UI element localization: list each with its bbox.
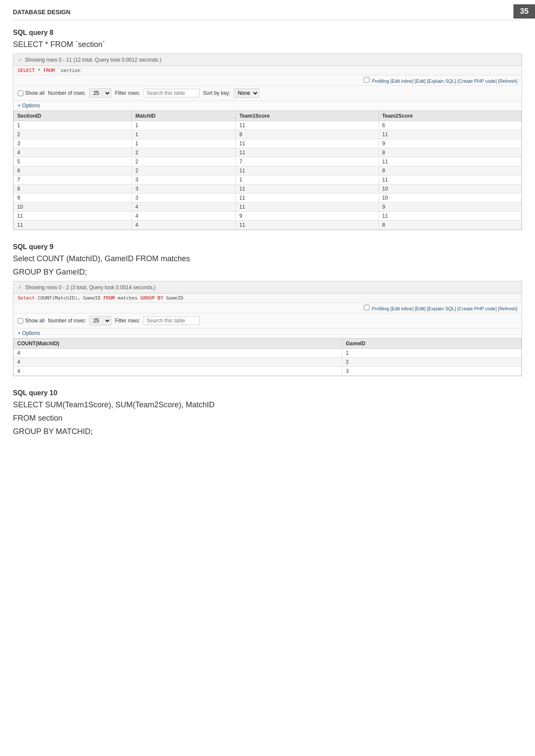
query8-options-row[interactable]: + Options — [13, 101, 522, 111]
kw-select-2: Select — [18, 295, 35, 301]
edit-link[interactable]: Edit — [416, 78, 424, 84]
search-input-2[interactable] — [144, 316, 200, 325]
query8-result-header: ✓ Showing rows 0 - 11 (12 total, Query t… — [13, 54, 522, 66]
table-cell: 2 — [14, 130, 132, 139]
table-cell: 2 — [132, 157, 236, 166]
query8-toolbar: Show all Number of rows: 25 50 100 Filte… — [13, 86, 522, 101]
number-of-rows-select[interactable]: 25 50 100 — [89, 88, 111, 98]
query9-result-header: ✓ Showing rows 0 - 2 (3 total, Query too… — [13, 281, 522, 294]
page-header: DATABASE DESIGN — [13, 9, 522, 20]
sort-by-select[interactable]: None — [234, 88, 259, 98]
table-cell: 11 — [379, 175, 521, 184]
edit-link-2[interactable]: Edit — [416, 306, 424, 311]
query9-result-box: ✓ Showing rows 0 - 2 (3 total, Query too… — [13, 281, 522, 376]
explain-sql-link-2[interactable]: Explain SQL — [429, 306, 455, 311]
table-row: 114118 — [14, 221, 522, 230]
show-all-checkbox-2[interactable] — [18, 318, 23, 324]
create-php-link-2[interactable]: Create PHP code — [459, 306, 495, 311]
table-cell: 11 — [236, 121, 379, 130]
table-row: 42 — [14, 358, 522, 367]
table-row: 62118 — [14, 166, 522, 175]
kw-from-2: FROM — [103, 295, 115, 301]
table-cell: 11 — [379, 212, 521, 221]
kw-select: SELECT — [18, 68, 35, 73]
query9-title: SQL query 9 — [13, 243, 522, 251]
table-row: 931110 — [14, 194, 522, 203]
number-of-rows-label-2: Number of rows: — [48, 318, 86, 324]
profiling-checkbox[interactable] — [364, 77, 369, 83]
search-input[interactable] — [144, 89, 200, 97]
table-cell: 1 — [132, 139, 236, 148]
show-all-label: Show all — [18, 90, 44, 96]
table-cell: 4 — [14, 367, 342, 376]
filter-rows-label-2: Filter rows: — [115, 318, 140, 324]
check-icon: ✓ — [18, 56, 22, 63]
table-cell: 10 — [379, 194, 521, 203]
query8-sql-display: SELECT * FROM `section` — [13, 40, 522, 49]
show-all-checkbox[interactable] — [18, 91, 23, 96]
table-row: 11116 — [14, 121, 522, 130]
table-row: 21811 — [14, 130, 522, 139]
table-cell: 4 — [14, 358, 342, 367]
number-of-rows-select-2[interactable]: 25 50 100 — [89, 316, 111, 325]
table-cell: 3 — [132, 194, 236, 203]
query10-sql-line3: GROUP BY MATCHID; — [13, 427, 522, 436]
query9-profiling-bar: Profiling [Edit inline] [Edit] [Explain … — [13, 303, 522, 313]
table-cell: 8 — [379, 166, 521, 175]
show-all-text: Show all — [25, 90, 44, 96]
table-cell: 6 — [14, 166, 132, 175]
refresh-link-2[interactable]: Refresh — [499, 306, 516, 311]
table-cell: 4 — [132, 203, 236, 212]
kw-group: GROUP — [141, 295, 155, 301]
table-cell: 11 — [236, 221, 379, 230]
table-cell: 1 — [132, 121, 236, 130]
query9-table: COUNT(MatchID) GameID 414243 — [13, 338, 522, 376]
query9-result-header-text: Showing rows 0 - 2 (3 total, Query took … — [25, 284, 156, 291]
sort-by-label: Sort by key: — [203, 90, 230, 96]
table-row: 104119 — [14, 203, 522, 212]
table-cell: 11 — [236, 148, 379, 157]
check-icon-2: ✓ — [18, 284, 22, 291]
query10-title: SQL query 10 — [13, 389, 522, 397]
table-cell: 10 — [379, 184, 521, 194]
edit-inline-link[interactable]: Edit inline — [391, 78, 412, 84]
create-php-link[interactable]: Create PHP code — [459, 78, 495, 84]
table-cell: 9 — [379, 139, 521, 148]
table-cell: 10 — [14, 203, 132, 212]
query9-options-row[interactable]: + Options — [13, 328, 522, 338]
query9-section: SQL query 9 Select COUNT (MatchID), Game… — [13, 243, 522, 376]
table-cell: 11 — [236, 194, 379, 203]
col-team1score: Team1Score — [236, 111, 379, 121]
table-cell: 3 — [132, 175, 236, 184]
table-cell: 7 — [236, 157, 379, 166]
table-cell: 4 — [132, 221, 236, 230]
sql-count: COUNT(MatchID), GameID — [38, 295, 103, 301]
options-link-2[interactable]: + Options — [18, 330, 40, 336]
explain-sql-link[interactable]: Explain SQL — [429, 78, 455, 84]
table-row: 52711 — [14, 157, 522, 166]
query9-toolbar: Show all Number of rows: 25 50 100 Filte… — [13, 313, 522, 328]
table-cell: 11 — [14, 212, 132, 221]
table-cell: 1 — [342, 349, 522, 358]
query9-table-header-row: COUNT(MatchID) GameID — [14, 339, 522, 349]
query8-table: SectionID MatchID Team1Score Team2Score … — [13, 111, 522, 230]
table-cell: 11 — [379, 130, 521, 139]
table-cell: 2 — [132, 166, 236, 175]
query10-section: SQL query 10 SELECT SUM(Team1Score), SUM… — [13, 389, 522, 436]
profiling-checkbox-2[interactable] — [364, 305, 369, 310]
table-cell: 1 — [14, 121, 132, 130]
refresh-link[interactable]: Refresh — [499, 78, 516, 84]
table-cell: 9 — [379, 203, 521, 212]
table-cell: 11 — [236, 139, 379, 148]
table-cell: 4 — [132, 212, 236, 221]
show-all-label-2: Show all — [18, 318, 44, 324]
table-row: 41 — [14, 349, 522, 358]
col-sectionid: SectionID — [14, 111, 132, 121]
profiling-link[interactable]: Profiling — [372, 78, 389, 84]
table-cell: 8 — [379, 221, 521, 230]
query8-section: SQL query 8 SELECT * FROM `section` ✓ Sh… — [13, 29, 522, 230]
profiling-link-2[interactable]: Profiling — [372, 306, 389, 311]
number-of-rows-label: Number of rows: — [48, 90, 86, 96]
edit-inline-link-2[interactable]: Edit inline — [391, 306, 412, 311]
options-link[interactable]: + Options — [18, 103, 40, 109]
